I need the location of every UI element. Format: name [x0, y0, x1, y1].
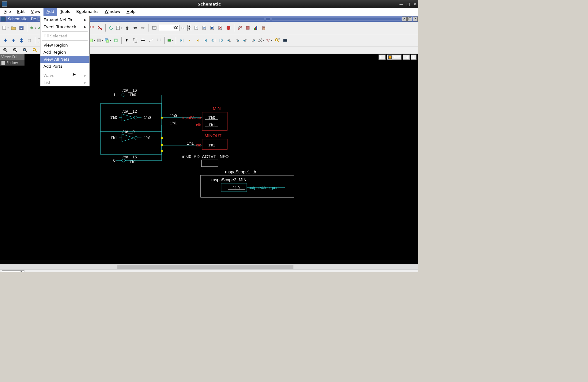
next-transition-icon[interactable]: [218, 37, 225, 44]
anchor-up-icon[interactable]: [10, 37, 17, 44]
scrollbar-thumb[interactable]: [117, 265, 293, 269]
menu-add-region[interactable]: Add Region: [40, 49, 89, 56]
next-falling-icon[interactable]: [234, 37, 241, 44]
menu-add-ports[interactable]: Add Ports: [40, 63, 89, 70]
next-rising-icon[interactable]: [250, 37, 257, 44]
menu-window[interactable]: Window: [102, 8, 123, 16]
const-tb-15: 0: [113, 158, 115, 163]
show-readers-icon[interactable]: [96, 24, 104, 32]
prev-edge-any-icon[interactable]: [178, 37, 185, 44]
undo-icon[interactable]: ▾: [29, 24, 36, 32]
anchor-down-icon[interactable]: [2, 37, 9, 44]
memory-icon[interactable]: [244, 24, 251, 32]
menu-event-traceback[interactable]: Event Traceback▶: [40, 23, 89, 30]
prev-falling-icon[interactable]: [226, 37, 233, 44]
menu-add[interactable]: Add: [43, 8, 57, 16]
toggle-leaf-icon[interactable]: [236, 24, 243, 32]
open-icon[interactable]: [10, 24, 17, 32]
menu-view[interactable]: View: [28, 8, 43, 16]
pan-icon[interactable]: [139, 37, 147, 44]
port-inputvalue: inputValue: [183, 115, 201, 120]
prev-edge-icon[interactable]: [186, 37, 193, 44]
zoom-area-icon[interactable]: [131, 37, 139, 44]
signal-icon[interactable]: ▾: [167, 37, 174, 44]
wave-compare-icon[interactable]: ▾: [266, 37, 273, 44]
goto-start-button[interactable]: |←: [379, 55, 386, 60]
run-all-icon[interactable]: [193, 24, 200, 32]
follow-row[interactable]: Follow: [0, 60, 24, 66]
add-menu-dropdown: Expand Net To▶ Event Traceback▶ Fill Sel…: [40, 16, 90, 86]
anchor-sel-icon[interactable]: [26, 37, 33, 44]
menu-tools[interactable]: Tools: [57, 8, 73, 16]
toolbar-separator: [105, 24, 106, 32]
continue-icon[interactable]: [201, 24, 208, 32]
step-icon[interactable]: [209, 24, 216, 32]
menu-separator: [42, 31, 88, 32]
menu-expand-net-to[interactable]: Expand Net To▶: [40, 16, 89, 23]
forward-arrow-icon[interactable]: [139, 24, 147, 32]
scroll-up-button[interactable]: ▲: [411, 55, 417, 60]
restart-icon[interactable]: [107, 24, 115, 32]
maximize-button[interactable]: □: [406, 2, 410, 6]
toolbar-separator: [35, 37, 35, 44]
doc-title[interactable]: Schematic - De: [7, 17, 37, 21]
menu-help[interactable]: Help: [123, 8, 139, 16]
val-minout-clk: 1'h1: [208, 143, 215, 147]
dataflow-icon[interactable]: [281, 37, 289, 44]
time-step-down[interactable]: ▼: [187, 28, 191, 31]
zoom-in-icon[interactable]: [2, 47, 9, 54]
next-edge-any-icon[interactable]: [202, 37, 209, 44]
menu-bookmarks[interactable]: Bookmarks: [73, 8, 102, 16]
window-title: Schematic: [198, 2, 221, 6]
select-icon[interactable]: [123, 37, 131, 44]
time-step-up[interactable]: ▲: [187, 25, 191, 28]
doc-maximize-button[interactable]: □: [407, 17, 412, 21]
menu-edit[interactable]: Edit: [14, 8, 28, 16]
markers-icon[interactable]: [155, 37, 163, 44]
cut-signal-icon[interactable]: ▾: [258, 37, 265, 44]
back-arrow-icon[interactable]: [131, 24, 139, 32]
minimize-button[interactable]: —: [399, 2, 403, 6]
now-indicator-icon: [388, 55, 392, 59]
highlight-clear-icon[interactable]: ▾: [96, 37, 104, 44]
status-bar: 0: [0, 270, 418, 272]
svg-rect-13: [98, 28, 99, 29]
save-icon[interactable]: [18, 24, 25, 32]
doc-icon: [1, 17, 6, 21]
highlight-add-icon[interactable]: +: [112, 37, 119, 44]
up-arrow-icon[interactable]: [123, 24, 131, 32]
wire-minout-clk-val: 1'h1: [187, 141, 194, 146]
close-button[interactable]: ✕: [413, 2, 417, 6]
run-icon[interactable]: ▾: [115, 24, 123, 32]
search-signal-icon[interactable]: 2: [273, 37, 281, 44]
break-icon[interactable]: [217, 24, 224, 32]
hand-icon[interactable]: [260, 24, 267, 32]
horizontal-scrollbar[interactable]: [0, 264, 418, 270]
prev-rising-icon[interactable]: [242, 37, 249, 44]
goto-end-button[interactable]: →|: [403, 55, 410, 60]
stop-icon[interactable]: [225, 24, 232, 32]
highlight-copy-icon[interactable]: ▾: [104, 37, 111, 44]
svg-marker-89: [122, 134, 134, 142]
follow-checkbox[interactable]: [1, 61, 5, 65]
left-panel: View: Full Follow: [0, 54, 24, 66]
docbar-grip[interactable]: [266, 17, 270, 21]
zoom-out-icon[interactable]: [12, 47, 19, 54]
menu-file[interactable]: File: [1, 8, 14, 16]
measure-icon[interactable]: [147, 37, 155, 44]
zoom-full-icon[interactable]: [21, 47, 29, 54]
run-length-icon[interactable]: [151, 24, 158, 32]
prev-transition-icon[interactable]: [210, 37, 217, 44]
menu-view-all-nets[interactable]: View All Nets: [40, 56, 89, 63]
anchor-both-icon[interactable]: [18, 37, 25, 44]
time-input[interactable]: [159, 25, 179, 31]
svg-rect-28: [246, 26, 249, 29]
zoom-select-icon[interactable]: [31, 47, 39, 54]
now-button[interactable]: Now: [387, 55, 401, 60]
doc-close-button[interactable]: ✕: [413, 17, 418, 21]
doc-restore-button[interactable]: ⤢: [402, 17, 407, 21]
coverage-icon[interactable]: [252, 24, 259, 32]
new-icon[interactable]: ▾: [2, 24, 9, 32]
menu-view-region[interactable]: View Region: [40, 42, 89, 49]
next-edge-icon[interactable]: [194, 37, 201, 44]
